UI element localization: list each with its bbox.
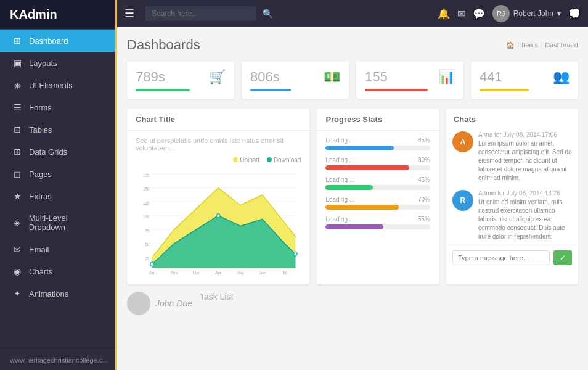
stats-row: 789s 🛒 806s 💵 155 📊: [127, 62, 578, 99]
cart-icon: 🛒: [209, 69, 226, 85]
envelope-icon[interactable]: ✉: [457, 8, 465, 20]
breadcrumb-home[interactable]: 🏠: [506, 41, 515, 49]
comment-icon[interactable]: 💭: [568, 8, 581, 20]
progress-fill-4: [325, 224, 383, 229]
sidebar-item-layouts[interactable]: ▣ Layouts: [0, 52, 115, 74]
stat-bar-1: [250, 89, 291, 91]
svg-point-18: [294, 252, 297, 256]
dashboard-icon: ⊞: [12, 36, 23, 46]
progress-item-2: Loading ... 45%: [325, 176, 430, 190]
hamburger-button[interactable]: ☰: [125, 7, 134, 20]
content-area: Dashboards 🏠 / Items / Dashboard 789s 🛒 …: [117, 27, 588, 370]
sidebar-item-email[interactable]: ✉ Email: [0, 238, 115, 260]
extras-icon: ★: [12, 191, 23, 201]
chat-meta-1: Admin for July 06, 2014 13:26: [478, 190, 572, 197]
svg-text:125: 125: [143, 200, 149, 206]
svg-text:75: 75: [145, 228, 149, 234]
progress-panel: Progress Stats Loading ... 65%: [317, 109, 439, 284]
data-grids-icon: ⊞: [12, 147, 23, 157]
avatar: RJ: [492, 5, 510, 22]
progress-item-1: Loading ... 80%: [325, 157, 430, 170]
sidebar-footer: www.heritagechristiancollege.c...: [0, 350, 115, 370]
svg-text:Feb: Feb: [171, 271, 178, 276]
chat-text-0: Lorem ipsum dolor sit amet, consectetur …: [478, 139, 572, 183]
user-menu[interactable]: RJ Robert John ▾: [492, 5, 561, 22]
stat-value-3: 441: [480, 69, 502, 85]
svg-text:175: 175: [143, 173, 149, 178]
main-content: ☰ 🔍 🔔 ✉ 💬 RJ Robert John ▾ 💭 Dashboards …: [117, 0, 588, 370]
chart-legend: Upload Download: [136, 157, 301, 163]
chart-panel-body: Sed ut perspiciatis unde omnis iste natu…: [127, 131, 309, 284]
page-header: Dashboards 🏠 / Items / Dashboard: [127, 37, 578, 53]
users-icon: 👥: [553, 69, 570, 85]
stat-bar-0: [136, 89, 190, 91]
svg-text:Jun: Jun: [259, 271, 266, 276]
svg-text:Jan: Jan: [149, 271, 155, 276]
sidebar: KAdmin ⊞ Dashboard ▣ Layouts ◈ UI Elemen…: [0, 0, 117, 370]
progress-item-0: Loading ... 65%: [325, 137, 430, 150]
sidebar-item-forms[interactable]: ☰ Forms: [0, 96, 115, 118]
sidebar-item-animations[interactable]: ✦ Animations: [0, 282, 115, 305]
chat-avatar-0: A: [452, 131, 473, 152]
chat-input-row: ✓: [446, 245, 578, 270]
bottom-user-name: John Doe: [155, 298, 192, 308]
animations-icon: ✦: [12, 289, 23, 298]
svg-text:50: 50: [145, 242, 149, 248]
sidebar-item-data-grids[interactable]: ⊞ Data Grids: [0, 141, 115, 163]
navbar-icons: 🔔 ✉ 💬 RJ Robert John ▾ 💭: [438, 5, 581, 22]
progress-fill-3: [325, 205, 399, 210]
chat-messages: A Anna for July 08, 2014 17:06 Lorem ips…: [446, 128, 578, 245]
search-input[interactable]: [145, 6, 256, 21]
progress-fill-2: [325, 185, 372, 190]
email-icon: ✉: [12, 244, 23, 254]
chat-input[interactable]: [452, 250, 550, 265]
progress-item-4: Loading ... 55%: [325, 216, 430, 229]
chat-send-button[interactable]: ✓: [553, 250, 572, 265]
svg-point-17: [217, 213, 220, 218]
bell-icon[interactable]: 🔔: [438, 8, 450, 20]
chat-panel: Chats A Anna for July 08, 2014 17:06 Lor…: [446, 109, 578, 284]
top-navbar: ☰ 🔍 🔔 ✉ 💬 RJ Robert John ▾ 💭: [117, 0, 588, 27]
stat-value-1: 806s: [250, 69, 280, 85]
sidebar-item-charts[interactable]: ◉ Charts: [0, 260, 115, 282]
ui-elements-icon: ◈: [12, 80, 23, 90]
svg-text:Jul: Jul: [282, 271, 287, 276]
sidebar-item-tables[interactable]: ⊟ Tables: [0, 118, 115, 141]
chat-message-0: A Anna for July 08, 2014 17:06 Lorem ips…: [452, 131, 572, 183]
chat-bubble-1: Admin for July 06, 2014 13:26 Ut enim ad…: [478, 190, 572, 241]
sidebar-item-multilevel[interactable]: ◈ Multi-Level Dropdown: [0, 207, 115, 238]
progress-panel-header: Progress Stats: [317, 109, 439, 131]
svg-text:Mar: Mar: [193, 271, 200, 276]
svg-text:25: 25: [145, 256, 149, 261]
svg-point-16: [150, 262, 153, 266]
bottom-user: John Doe: [127, 292, 192, 315]
chat-avatar-1: R: [452, 190, 473, 211]
app-logo: KAdmin: [0, 0, 115, 30]
pages-icon: ◻: [12, 169, 23, 179]
breadcrumb: 🏠 / Items / Dashboard: [506, 41, 578, 49]
sidebar-item-pages[interactable]: ◻ Pages: [0, 163, 115, 185]
sidebar-item-dashboard[interactable]: ⊞ Dashboard: [0, 30, 115, 52]
forms-icon: ☰: [12, 102, 23, 112]
progress-panel-body: Loading ... 65% Loading ... 80%: [317, 131, 439, 242]
chat-message-1: R Admin for July 06, 2014 13:26 Ut enim …: [452, 190, 572, 241]
chat-bubble-icon[interactable]: 💬: [473, 8, 485, 20]
chart-panel: Chart Title Sed ut perspiciatis unde omn…: [127, 109, 309, 284]
svg-text:150: 150: [143, 187, 149, 192]
sidebar-item-ui-elements[interactable]: ◈ UI Elements: [0, 74, 115, 96]
chat-text-1: Ut enim ad minim veniam, quis nostrud ex…: [478, 198, 572, 241]
chart-panel-header: Chart Title: [127, 109, 309, 131]
sidebar-item-extras[interactable]: ★ Extras: [0, 185, 115, 207]
progress-fill-0: [325, 146, 393, 150]
panels-row: Chart Title Sed ut perspiciatis unde omn…: [127, 109, 578, 284]
stat-value-2: 155: [365, 69, 388, 85]
svg-text:100: 100: [143, 215, 149, 220]
search-icon[interactable]: 🔍: [263, 9, 273, 18]
multilevel-icon: ◈: [12, 218, 23, 228]
layouts-icon: ▣: [12, 58, 23, 68]
svg-text:May: May: [237, 271, 244, 276]
page-title: Dashboards: [127, 37, 200, 53]
task-list-title: Task List: [200, 292, 233, 315]
bottom-row: John Doe Task List: [127, 292, 578, 315]
money-icon: 💵: [324, 69, 340, 85]
